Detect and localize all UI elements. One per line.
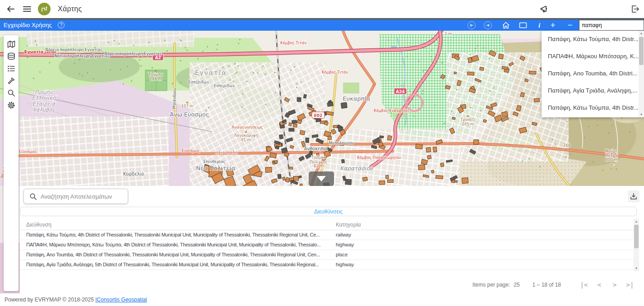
road-shield: E02 (312, 112, 324, 118)
map-tree (185, 47, 186, 48)
zoom-in-icon[interactable]: + (547, 20, 559, 30)
map-tree (39, 71, 41, 73)
address-search-input[interactable] (579, 20, 644, 31)
map-building (274, 161, 278, 163)
suggestion-item[interactable]: Παπάφη, Ano Toumba, 4th Distri... (542, 65, 639, 82)
map-tree (257, 73, 259, 74)
map-label: Νέα Πολιτεία (196, 165, 235, 172)
map-label: Μεσολογγίου (329, 141, 354, 145)
map-tree (234, 63, 236, 65)
first-page-button[interactable]: |< (576, 281, 592, 288)
map-tree (422, 70, 424, 72)
map-label: Κορδελιό (123, 172, 144, 176)
settings-gear-icon[interactable] (4, 99, 19, 111)
map-building (328, 136, 332, 139)
map-building (265, 167, 272, 172)
table-row[interactable]: Παπάφη, Αγία Τριάδα, Ανάληψη, 5th Distri… (20, 260, 634, 270)
map-tree (480, 110, 482, 111)
history-back-icon[interactable] (468, 21, 476, 29)
map-tree (274, 72, 276, 73)
map-tree (444, 123, 445, 124)
megaphone-icon[interactable] (540, 4, 551, 14)
items-per-page-value[interactable]: 25 (514, 282, 519, 288)
map-label: Κόμβος Παπαγεωργίου (357, 155, 401, 160)
map-tree (167, 51, 168, 52)
map-tree (413, 116, 415, 117)
search-icon[interactable] (4, 87, 19, 99)
legend-list-icon[interactable] (4, 62, 19, 74)
scroll-down-arrow[interactable]: ▼ (634, 266, 639, 271)
scroll-up-arrow[interactable]: ▲ (639, 31, 644, 36)
suggestion-list: Παπάφη, Κάτω Τούμπα, 4th Distr...ΠΑΠΑΦΗ,… (542, 31, 639, 117)
map-tree (82, 75, 83, 76)
suggestion-item[interactable]: Παπάφη, Αγία Τριάδα, Ανάληψη,... (542, 82, 639, 99)
map-tree (172, 83, 173, 84)
map-tree (35, 41, 36, 42)
map-building (379, 181, 385, 185)
footer-text: Powered by EVRYMAP © 2018-2025 | (5, 297, 97, 303)
suggestion-item[interactable]: Παπάφη, Κάτω Τούμπα, 4th Distr... (542, 99, 639, 116)
map-tree (127, 66, 128, 67)
download-tray-icon[interactable] (628, 190, 639, 202)
map-building (385, 175, 389, 179)
suggestion-item[interactable]: ΠΑΠΑΦΗ, Μάρκου Μπότσαρη, Κ... (542, 48, 639, 65)
table-row[interactable]: Παπάφη, Ano Toumba, 4th District of Thes… (20, 250, 634, 260)
svg-text:A24: A24 (396, 89, 405, 94)
info-icon[interactable]: i (533, 20, 545, 30)
panel-collapse-handle[interactable] (309, 172, 334, 186)
history-forward-icon[interactable] (484, 21, 492, 29)
basemap-icon[interactable] (4, 38, 19, 50)
items-per-page-label: Items per page: (473, 282, 510, 288)
table-row[interactable]: ΠΑΠΑΦΗ, Μάρκου Μπότσαρη, Κάτω Τούμπα, 4t… (20, 240, 634, 250)
last-page-button[interactable]: >| (622, 281, 638, 288)
map-tree (148, 42, 150, 43)
zoom-out-icon[interactable]: − (564, 20, 576, 30)
tab-addresses[interactable]: Διευθύνσεις (20, 207, 637, 216)
back-arrow-icon[interactable] (5, 4, 16, 14)
logout-icon[interactable] (630, 4, 640, 14)
scroll-down-arrow[interactable]: ▼ (639, 112, 644, 117)
scroll-thumb[interactable] (639, 37, 644, 65)
map-tree (246, 81, 247, 82)
layers-icon[interactable] (4, 50, 19, 62)
map-tree (388, 40, 389, 41)
map-tree (139, 59, 140, 60)
chevron-down-icon (317, 176, 326, 181)
help-icon[interactable]: ? (58, 22, 65, 28)
map-label: Κόμβος Ευκαρπίας (374, 108, 409, 113)
map-label: Εσπεριδών (188, 80, 209, 84)
search-suggestions-dropdown: Παπάφη, Κάτω Τούμπα, 4th Distr...ΠΑΠΑΦΗ,… (542, 31, 644, 117)
table-scrollbar[interactable]: ▲ ▼ (634, 219, 639, 271)
map-tree (469, 54, 471, 56)
map-tree (108, 42, 109, 43)
map-building (387, 135, 392, 140)
suggestion-item[interactable]: Παπάφη, Κάτω Τούμπα, 4th Distr... (542, 31, 639, 48)
map-toolbar: Εγχειρίδιο Χρήσης ? i + − (0, 18, 644, 31)
scroll-up-arrow[interactable]: ▲ (634, 219, 639, 224)
prev-page-button[interactable]: < (592, 281, 607, 288)
map-tree (629, 131, 630, 133)
results-filter-input[interactable] (41, 193, 128, 200)
dropdown-scrollbar[interactable]: ▲ ▼ (639, 31, 644, 117)
table-row[interactable]: Παπάφη, Κάτω Τούμπα, 4th District of The… (20, 230, 634, 240)
map-tree (253, 72, 254, 74)
extent-rectangle-icon[interactable] (517, 20, 529, 30)
user-manual-link[interactable]: Εγχειρίδιο Χρήσης (4, 22, 52, 28)
map-tree (236, 71, 237, 73)
map-tree (265, 74, 266, 75)
map-tree (456, 89, 458, 91)
home-icon[interactable] (500, 20, 512, 30)
scroll-thumb[interactable] (634, 225, 639, 248)
map-building (529, 71, 537, 74)
map-tree (294, 66, 295, 68)
tools-icon[interactable] (4, 74, 19, 87)
map-tree (133, 45, 134, 46)
map-tool-rail (4, 35, 19, 291)
hamburger-menu-icon[interactable] (22, 4, 32, 14)
page-title: Χάρτης (58, 5, 82, 13)
map-tree (570, 154, 571, 155)
map-label: Εύοσμος (182, 148, 200, 153)
consortis-link[interactable]: Consortis Geospatial (97, 297, 147, 303)
map-building (520, 93, 524, 97)
next-page-button[interactable]: > (607, 281, 622, 288)
